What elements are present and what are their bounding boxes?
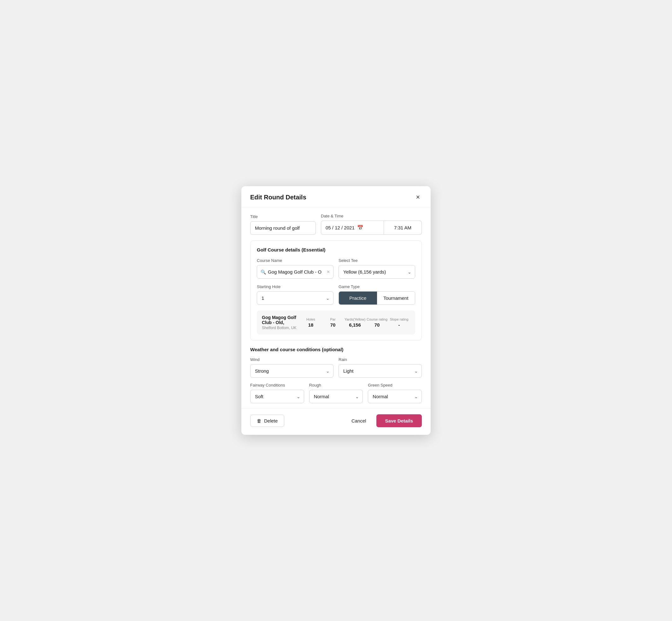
green-speed-dropdown[interactable]: Slow Normal Fast Very Fast	[368, 390, 422, 403]
edit-round-modal: Edit Round Details × Title Date & Time 0…	[241, 186, 431, 435]
starting-hole-wrap: 1 2 3 10 ⌄	[257, 291, 333, 305]
golf-section-title: Golf Course details (Essential)	[257, 247, 415, 252]
wind-rain-row: Wind None Light Moderate Strong Very Str…	[250, 357, 422, 378]
title-label: Title	[250, 214, 316, 219]
starting-hole-field: Starting Hole 1 2 3 10 ⌄	[257, 284, 333, 305]
course-stat-slope: Slope rating -	[388, 318, 410, 328]
course-tee-row: Course Name 🔍 × Select Tee Yellow (6,156…	[257, 258, 415, 279]
course-info-name: Gog Magog Golf Club - Old, Shelford Bott…	[262, 315, 300, 330]
tournament-toggle-button[interactable]: Tournament	[377, 292, 415, 304]
select-tee-dropdown[interactable]: Yellow (6,156 yards) White Red Blue	[339, 265, 415, 279]
course-rating-value: 70	[375, 322, 380, 328]
course-name-input-wrap: 🔍 ×	[257, 265, 333, 279]
save-button[interactable]: Save Details	[376, 414, 422, 427]
title-field: Title	[250, 214, 316, 235]
par-label: Par	[330, 318, 335, 321]
course-name-label: Course Name	[257, 258, 333, 263]
datetime-row: 05 / 12 / 2021 📅 7:31 AM	[321, 220, 422, 235]
fairway-select-wrap: Soft Normal Hard Wet ⌄	[250, 390, 304, 403]
rough-select-wrap: Short Normal Long Wet ⌄	[309, 390, 363, 403]
time-value: 7:31 AM	[394, 225, 411, 230]
footer-right: Cancel Save Details	[348, 414, 422, 427]
course-info-location: Shelford Bottom, UK	[262, 326, 300, 330]
course-stat-holes: Holes 18	[300, 318, 322, 328]
slope-rating-label: Slope rating	[390, 318, 409, 321]
starting-hole-dropdown[interactable]: 1 2 3 10	[257, 291, 333, 305]
course-rating-label: Course rating	[367, 318, 387, 321]
course-info-row: Gog Magog Golf Club - Old, Shelford Bott…	[257, 310, 415, 334]
title-input[interactable]	[250, 221, 316, 235]
yards-label: Yards(Yellow)	[344, 318, 366, 321]
wind-select-wrap: None Light Moderate Strong Very Strong ⌄	[250, 364, 333, 378]
close-button[interactable]: ×	[414, 193, 422, 201]
rain-select-wrap: None Light Moderate Heavy ⌄	[339, 364, 422, 378]
weather-section: Weather and course conditions (optional)…	[250, 347, 422, 403]
modal-footer: 🗑 Delete Cancel Save Details	[241, 408, 431, 435]
select-tee-field: Select Tee Yellow (6,156 yards) White Re…	[339, 258, 415, 279]
select-tee-wrap: Yellow (6,156 yards) White Red Blue ⌄	[339, 265, 415, 279]
rain-dropdown[interactable]: None Light Moderate Heavy	[339, 364, 422, 378]
fairway-field: Fairway Conditions Soft Normal Hard Wet …	[250, 383, 304, 403]
wind-dropdown[interactable]: None Light Moderate Strong Very Strong	[250, 364, 333, 378]
par-value: 70	[330, 322, 336, 328]
delete-label: Delete	[264, 418, 278, 423]
yards-value: 6,156	[349, 322, 361, 328]
wind-field: Wind None Light Moderate Strong Very Str…	[250, 357, 333, 378]
date-value: 05 / 12 / 2021	[326, 225, 354, 230]
course-stat-rating: Course rating 70	[366, 318, 388, 328]
trash-icon: 🗑	[257, 418, 261, 423]
slope-rating-value: -	[398, 322, 400, 328]
course-name-field: Course Name 🔍 ×	[257, 258, 333, 279]
top-fields-row: Title Date & Time 05 / 12 / 2021 📅 7:31 …	[250, 214, 422, 235]
course-name-input[interactable]	[257, 265, 333, 279]
starting-hole-label: Starting Hole	[257, 284, 333, 289]
delete-button[interactable]: 🗑 Delete	[250, 415, 284, 427]
game-type-label: Game Type	[339, 284, 415, 289]
modal-body: Title Date & Time 05 / 12 / 2021 📅 7:31 …	[241, 207, 431, 403]
cancel-button[interactable]: Cancel	[348, 415, 370, 427]
rain-label: Rain	[339, 357, 422, 362]
conditions-row: Fairway Conditions Soft Normal Hard Wet …	[250, 383, 422, 403]
holes-label: Holes	[306, 318, 315, 321]
hole-gametype-row: Starting Hole 1 2 3 10 ⌄ Game Type	[257, 284, 415, 305]
calendar-icon: 📅	[357, 225, 364, 231]
wind-label: Wind	[250, 357, 333, 362]
date-input[interactable]: 05 / 12 / 2021 📅	[321, 220, 384, 235]
datetime-label: Date & Time	[321, 214, 422, 218]
rain-field: Rain None Light Moderate Heavy ⌄	[339, 357, 422, 378]
green-speed-select-wrap: Slow Normal Fast Very Fast ⌄	[368, 390, 422, 403]
time-input[interactable]: 7:31 AM	[384, 220, 422, 235]
datetime-field: Date & Time 05 / 12 / 2021 📅 7:31 AM	[321, 214, 422, 235]
fairway-label: Fairway Conditions	[250, 383, 304, 387]
green-speed-field: Green Speed Slow Normal Fast Very Fast ⌄	[368, 383, 422, 403]
rough-label: Rough	[309, 383, 363, 387]
fairway-dropdown[interactable]: Soft Normal Hard Wet	[250, 390, 304, 403]
search-icon: 🔍	[261, 270, 266, 275]
course-info-full-name: Gog Magog Golf Club - Old,	[262, 315, 300, 325]
course-stat-yards: Yards(Yellow) 6,156	[344, 318, 366, 328]
rough-dropdown[interactable]: Short Normal Long Wet	[309, 390, 363, 403]
holes-value: 18	[308, 322, 313, 328]
practice-toggle-button[interactable]: Practice	[339, 292, 377, 304]
rough-field: Rough Short Normal Long Wet ⌄	[309, 383, 363, 403]
game-type-field: Game Type Practice Tournament	[339, 284, 415, 305]
green-speed-label: Green Speed	[368, 383, 422, 387]
course-stat-par: Par 70	[322, 318, 344, 328]
weather-section-title: Weather and course conditions (optional)	[250, 347, 422, 352]
select-tee-label: Select Tee	[339, 258, 415, 263]
golf-course-section: Golf Course details (Essential) Course N…	[250, 241, 422, 340]
modal-title: Edit Round Details	[250, 194, 306, 201]
modal-header: Edit Round Details ×	[241, 186, 431, 207]
clear-icon[interactable]: ×	[327, 269, 330, 275]
game-type-toggle: Practice Tournament	[339, 291, 415, 305]
